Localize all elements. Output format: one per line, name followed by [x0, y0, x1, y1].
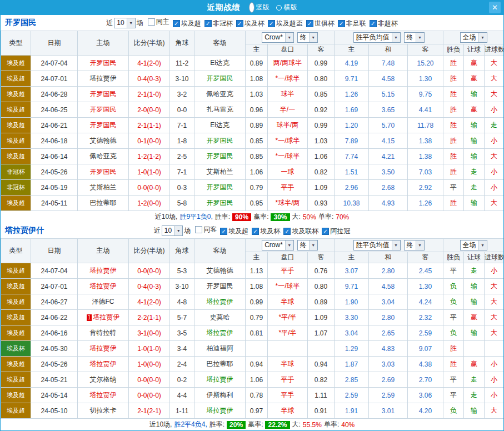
checkbox-icon[interactable]: [236, 20, 243, 27]
handicap-result-cell: 走: [464, 372, 485, 388]
corner-cell: 3-10: [170, 71, 194, 87]
match-row: 埃及超 24-06-22 1塔拉贾伊 2-2(1-1) 5-7 史莫哈 0.79…: [1, 310, 504, 325]
corner-cell: 5-8: [170, 196, 194, 211]
home-team-name: 泽德FC: [92, 298, 114, 305]
league-filter[interactable]: 埃及杯: [252, 227, 280, 236]
asian-home-odds: 1.03: [246, 87, 268, 102]
checkbox-icon[interactable]: [338, 20, 345, 27]
filter-label: 非足联: [346, 19, 366, 28]
home-team-cell: 切拉米卡: [78, 403, 129, 419]
away-team-cell: 塔拉贾伊: [194, 372, 246, 388]
euro-home-odds: 2.59: [335, 388, 369, 403]
col-away: 客场: [194, 31, 246, 56]
radio-unselected-icon[interactable]: [276, 5, 282, 11]
away-team-name: 开罗国民: [207, 183, 233, 191]
checkbox-icon[interactable]: [306, 20, 313, 27]
euro-home-odds: 1.20: [335, 118, 369, 133]
checkbox-icon[interactable]: [252, 228, 259, 235]
home-team-cell: 塔拉贾伊: [78, 388, 129, 403]
col-asian-home: 主: [246, 252, 268, 263]
checkbox-icon[interactable]: [195, 226, 202, 233]
result-cell: 平: [443, 180, 464, 196]
summary-odd-label: 单率:: [318, 212, 333, 222]
away-team-name: 艾斯柏兰: [207, 168, 233, 176]
asian-handicap-value: 半球: [268, 403, 308, 419]
checkbox-icon[interactable]: [204, 20, 212, 27]
euro-odds-select[interactable]: 胜平负均值▼: [353, 32, 401, 43]
result-cell: 负: [443, 294, 464, 310]
odds-company-select[interactable]: Crow*▼: [262, 240, 294, 250]
match-date: 24-06-28: [31, 87, 78, 102]
league-filter[interactable]: 同客: [195, 225, 217, 234]
result-cell: 负: [443, 279, 464, 294]
league-filter[interactable]: 埃及超盃: [268, 19, 303, 28]
match-count-select[interactable]: 10▼: [162, 225, 183, 236]
euro-state-select[interactable]: 终▼: [404, 32, 425, 43]
col-asian-away: 客: [308, 44, 335, 56]
summary-odd-value: 70%: [336, 213, 349, 221]
euro-home-odds: 1.87: [335, 357, 369, 372]
euro-away-odds: 4.20: [408, 403, 443, 419]
match-date: 24-07-01: [31, 71, 78, 87]
layout-vertical-radio[interactable]: 竖版: [247, 2, 270, 13]
league-filter[interactable]: 同主: [148, 17, 169, 27]
scope-select[interactable]: 全场▼: [460, 240, 487, 250]
league-type-badge: 埃及超: [1, 149, 31, 164]
euro-state-value: 终: [407, 33, 413, 42]
odds-state-select[interactable]: 终▼: [297, 240, 318, 250]
away-team-name: 塔拉贾伊: [207, 375, 233, 383]
euro-odds-select[interactable]: 胜平负均值▼: [353, 240, 401, 250]
away-team-cell: 开罗国民: [194, 279, 246, 294]
col-score: 比分(半场): [129, 31, 170, 56]
col-home: 主场: [78, 31, 129, 56]
section-head: 塔拉贾伊什 近 10▼ 场 同客埃及超埃及杯埃及联杯阿拉冠: [1, 223, 503, 238]
league-filter[interactable]: 非足联: [338, 19, 366, 28]
league-filter[interactable]: 埃及超: [220, 227, 248, 236]
league-filter[interactable]: 世俱杯: [306, 19, 335, 28]
away-team-cell: 柏迪福阿: [194, 341, 246, 357]
league-filter[interactable]: 埃及杯: [236, 19, 265, 28]
filter-label: 同主: [156, 17, 169, 27]
euro-odds-value: 胜平负均值: [356, 33, 390, 42]
league-type-badge: 埃及超: [1, 102, 31, 118]
col-euro-draw: 和: [369, 252, 408, 263]
checkbox-icon[interactable]: [322, 228, 329, 235]
league-filter[interactable]: 非冠杯: [204, 19, 233, 28]
scope-select[interactable]: 全场▼: [460, 32, 487, 43]
layout-horizontal-radio[interactable]: 横版: [276, 3, 297, 12]
odds-company-select[interactable]: Crow*▼: [262, 32, 294, 43]
matches-body: 埃及超 24-07-04 塔拉贾伊 0-0(0-0) 5-3 艾德翰德 1.13…: [1, 263, 504, 419]
radio-selected-icon[interactable]: [249, 2, 255, 13]
scope-header: 全场▼: [443, 239, 504, 252]
checkbox-icon[interactable]: [370, 20, 377, 27]
euro-state-select[interactable]: 终▼: [404, 240, 425, 250]
euro-draw-odds: 2.68: [369, 180, 408, 196]
handicap-result-cell: 赢: [464, 357, 485, 372]
corner-cell: 0-3: [170, 180, 194, 196]
league-filter[interactable]: 埃及联杯: [283, 227, 318, 236]
filter-label: 同客: [203, 225, 217, 234]
asian-away-odds: 0.85: [308, 87, 335, 102]
goals-result-cell: 大: [485, 294, 504, 310]
match-date: 24-05-10: [31, 403, 78, 419]
league-filter[interactable]: 埃及超: [173, 19, 201, 28]
asian-home-odds: 0.95: [246, 196, 268, 211]
checkbox-icon[interactable]: [268, 20, 275, 27]
league-filter[interactable]: 非超杯: [370, 19, 398, 28]
close-button[interactable]: ✕: [489, 2, 501, 13]
checkbox-icon[interactable]: [283, 228, 291, 235]
scope-value: 全场: [463, 33, 476, 42]
checkbox-icon[interactable]: [220, 228, 227, 235]
match-count-select[interactable]: 10▼: [114, 18, 135, 28]
away-team-name: 开罗国民: [207, 137, 233, 144]
league-filters: 同客埃及超埃及杯埃及联杯阿拉冠: [192, 225, 350, 236]
checkbox-icon[interactable]: [173, 20, 180, 27]
odds-state-select[interactable]: 终▼: [297, 32, 318, 43]
match-row: 埃及超 24-06-18 艾德翰德 0-1(0-0) 1-8 开罗国民 0.85…: [1, 133, 504, 149]
league-filter[interactable]: 阿拉冠: [322, 227, 350, 236]
checkbox-icon[interactable]: [148, 18, 155, 26]
euro-home-odds: 1.69: [335, 102, 369, 118]
score-cell: 0-0(0-0): [129, 180, 170, 196]
euro-away-odds: 1.30: [408, 71, 443, 87]
section-head: 开罗国民 近 10▼ 场 同主埃及超非冠杯埃及杯埃及超盃世俱杯非足联非超杯: [1, 15, 503, 31]
